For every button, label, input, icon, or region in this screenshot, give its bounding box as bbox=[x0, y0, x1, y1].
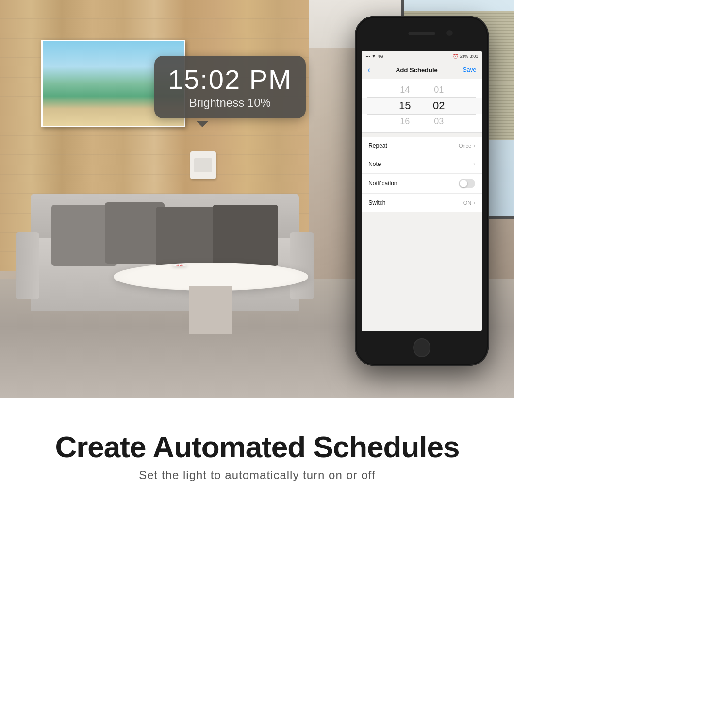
time-row-2[interactable]: 15 02 bbox=[362, 98, 482, 114]
notification-row[interactable]: Notification bbox=[362, 174, 482, 194]
settings-section: Repeat Once › Note › bbox=[362, 137, 482, 212]
repeat-value: Once › bbox=[459, 142, 475, 149]
switch-value: ON › bbox=[463, 199, 476, 206]
current-time: 3:03 bbox=[470, 54, 479, 59]
table-leg bbox=[189, 286, 232, 334]
phone-outer: ▪▪▪ ▼ 4G ⏰ 53% 3:03 ‹ Add Schedule Save bbox=[355, 16, 489, 366]
data-icon: 4G bbox=[378, 54, 383, 59]
bubble-time: 15:02 PM bbox=[168, 65, 292, 95]
switch-chevron-icon: › bbox=[473, 199, 475, 206]
save-button[interactable]: Save bbox=[463, 66, 476, 73]
time-row-3: 16 03 bbox=[362, 115, 482, 129]
phone-camera bbox=[446, 30, 453, 36]
hour-3: 16 bbox=[397, 116, 412, 127]
switch-value-text: ON bbox=[463, 200, 472, 206]
bottom-subtitle: Set the light to automatically turn on o… bbox=[139, 468, 375, 482]
repeat-row[interactable]: Repeat Once › bbox=[362, 137, 482, 155]
repeat-value-text: Once bbox=[459, 143, 471, 149]
phone-speaker bbox=[409, 32, 435, 35]
hour-selected: 15 bbox=[397, 99, 412, 112]
repeat-label: Repeat bbox=[368, 142, 387, 149]
time-picker: 14 01 15 02 16 03 bbox=[362, 79, 482, 133]
minute-1: 01 bbox=[431, 85, 446, 95]
phone-screen: ▪▪▪ ▼ 4G ⏰ 53% 3:03 ‹ Add Schedule Save bbox=[362, 51, 482, 331]
status-bar: ▪▪▪ ▼ 4G ⏰ 53% 3:03 bbox=[362, 51, 482, 62]
speech-bubble: 15:02 PM Brightness 10% bbox=[154, 56, 306, 119]
zigbee-device: Z bbox=[172, 264, 187, 266]
hour-1: 14 bbox=[397, 85, 412, 95]
note-label: Note bbox=[368, 161, 381, 167]
app-header: ‹ Add Schedule Save bbox=[362, 62, 482, 79]
minute-selected: 02 bbox=[431, 99, 446, 112]
repeat-chevron-icon: › bbox=[473, 142, 475, 149]
notification-label: Notification bbox=[368, 180, 397, 187]
note-value: › bbox=[473, 161, 475, 167]
battery-level: 53% bbox=[460, 54, 468, 59]
alarm-icon: ⏰ bbox=[453, 54, 458, 59]
notification-toggle[interactable] bbox=[459, 179, 475, 188]
note-chevron-icon: › bbox=[473, 161, 475, 167]
switch-label: Switch bbox=[368, 199, 385, 206]
phone-mockup: ▪▪▪ ▼ 4G ⏰ 53% 3:03 ‹ Add Schedule Save bbox=[355, 16, 489, 366]
wall-device bbox=[190, 151, 216, 179]
toggle-knob bbox=[460, 180, 467, 187]
time-row-1: 14 01 bbox=[362, 83, 482, 97]
phone-home-button[interactable] bbox=[413, 338, 430, 358]
bottom-section: Create Automated Schedules Set the light… bbox=[0, 398, 514, 514]
signal-icon: ▪▪▪ bbox=[365, 54, 370, 59]
photo-section: 15:02 PM Brightness 10% Z bbox=[0, 0, 514, 398]
minute-3: 03 bbox=[431, 116, 446, 127]
back-button[interactable]: ‹ bbox=[367, 65, 370, 75]
bubble-brightness: Brightness 10% bbox=[168, 96, 292, 110]
sofa-arm-left bbox=[16, 232, 39, 299]
zigbee-logo: Z bbox=[175, 265, 184, 266]
status-bar-right: ⏰ 53% 3:03 bbox=[453, 54, 479, 59]
bottom-title: Create Automated Schedules bbox=[55, 430, 459, 463]
switch-row[interactable]: Switch ON › bbox=[362, 194, 482, 212]
cushion-4 bbox=[213, 205, 278, 266]
status-bar-left: ▪▪▪ ▼ 4G bbox=[365, 54, 383, 59]
screen-title: Add Schedule bbox=[396, 66, 438, 74]
coffee-table: Z bbox=[103, 263, 319, 342]
wifi-icon: ▼ bbox=[372, 54, 376, 59]
note-row[interactable]: Note › bbox=[362, 155, 482, 174]
